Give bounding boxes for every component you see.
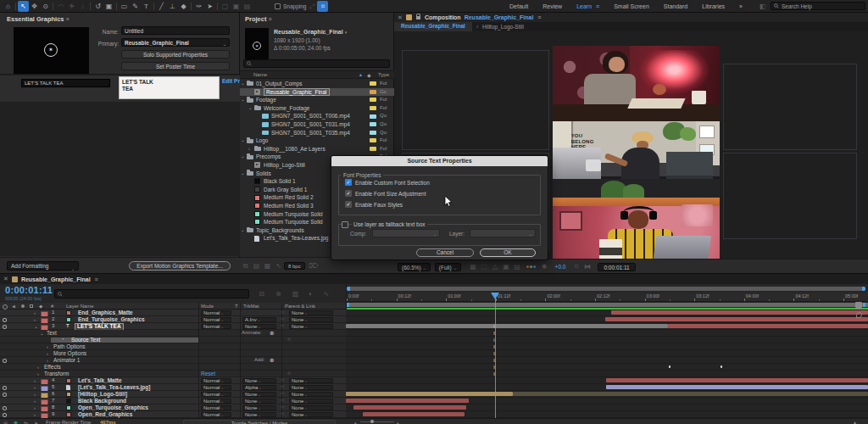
- playhead-handle[interactable]: [491, 293, 499, 299]
- property-row[interactable]: ⌄TextAnimate:⊕I: [0, 330, 868, 337]
- mode-dropdown[interactable]: Normal⌄: [201, 378, 231, 384]
- layer-row[interactable]: ›6[Hilltop_Logo-Still]Normal⌄None⌄○None⌄: [0, 391, 868, 398]
- roto-brush-tool[interactable]: ✑: [193, 1, 204, 12]
- project-item-name[interactable]: SHGN7_S001_S001_T006.mp4: [271, 112, 350, 120]
- close-icon[interactable]: ✕: [3, 276, 8, 282]
- panel-menu-icon[interactable]: ≡: [65, 16, 69, 22]
- reset-link[interactable]: Reset: [201, 371, 215, 377]
- layer-duration-bar[interactable]: [513, 392, 868, 396]
- workspace-panel-icon[interactable]: ◧: [757, 1, 768, 12]
- layer-name[interactable]: End_Turquoise_Graphics: [78, 316, 145, 323]
- navigator-start-handle[interactable]: [347, 287, 350, 291]
- layer-name[interactable]: Open_Red_Graphics: [78, 411, 132, 418]
- layer-name[interactable]: Let's_Talk_Matte: [78, 377, 122, 384]
- keyframe-marker[interactable]: I: [493, 371, 495, 377]
- zoom-tool[interactable]: ⊙: [40, 1, 51, 12]
- ok-button[interactable]: OK: [480, 248, 536, 257]
- orbit-camera-tool[interactable]: ◠: [55, 1, 66, 12]
- exposure-reset-icon[interactable]: ✱: [539, 261, 550, 272]
- time-ruler[interactable]: 0:00f00:12f01:00f01:12f02:00f02:12f03:00…: [347, 293, 868, 302]
- close-icon[interactable]: ✕: [398, 14, 403, 21]
- project-bpc-badge[interactable]: 8 bpc: [284, 262, 305, 270]
- expand-icon[interactable]: ⊞: [3, 420, 8, 424]
- brush-tool[interactable]: ╱: [156, 1, 167, 12]
- primary-select[interactable]: Reusable_Graphic_Final ⌄: [121, 38, 230, 47]
- new-comp-icon[interactable]: ▦: [262, 260, 273, 271]
- rotation-tool[interactable]: ↺: [92, 1, 103, 12]
- layer-duration-bar[interactable]: [346, 392, 513, 396]
- motion-blur-icon[interactable]: ◐: [305, 288, 316, 299]
- name-input[interactable]: Untitled: [121, 26, 230, 35]
- region-of-interest-icon[interactable]: △: [490, 261, 501, 272]
- twirl-icon[interactable]: ›: [248, 145, 250, 153]
- project-item-name[interactable]: SHGN7_S001_S001_T031.mp4: [271, 120, 350, 129]
- cancel-button[interactable]: Cancel: [416, 248, 474, 257]
- keyframe-marker[interactable]: I: [493, 365, 495, 370]
- keyframe-dot[interactable]: [721, 365, 723, 368]
- property-row[interactable]: ◔Source Text○I: [0, 337, 868, 343]
- mode-dropdown[interactable]: Normal⌄: [201, 385, 231, 391]
- gizmo-icon[interactable]: ⌗: [317, 1, 328, 12]
- tab-hilltop-logo-still[interactable]: Hilltop_Logo-Still: [482, 24, 524, 30]
- work-area-start[interactable]: [347, 303, 349, 307]
- pixel-aspect-icon[interactable]: ⧓: [581, 261, 593, 272]
- layer-row[interactable]: ›1End_Graphics_MatteNormal⌄○None⌄: [0, 310, 868, 316]
- label-color-chip[interactable]: [370, 131, 376, 135]
- project-row[interactable]: ⌄Welcome_FootageFol: [240, 104, 394, 113]
- zoom-out-frames-icon[interactable]: ▴: [354, 420, 357, 424]
- parent-link-dropdown[interactable]: None⌄: [289, 310, 333, 316]
- work-area-bar[interactable]: [347, 303, 868, 307]
- parent-link-dropdown[interactable]: None⌄: [289, 317, 333, 323]
- checkbox-enable-faux-styles[interactable]: ✓: [345, 201, 352, 208]
- layer-name[interactable]: Black Background: [78, 398, 126, 404]
- keyframe-marker[interactable]: I: [493, 338, 495, 343]
- parent-link-dropdown[interactable]: None⌄: [289, 412, 333, 418]
- layer-name[interactable]: End_Graphics_Matte: [78, 310, 133, 316]
- eye-visibility-icon[interactable]: [3, 359, 7, 363]
- solo-supported-properties-button[interactable]: Solo Supported Properties: [121, 50, 230, 59]
- lock-icon[interactable]: [416, 16, 420, 20]
- eye-visibility-icon[interactable]: [3, 393, 7, 397]
- add-formatting-dropdown[interactable]: Add Formatting⌄: [7, 261, 79, 271]
- zoom-in-frames-icon[interactable]: ▴: [397, 420, 399, 424]
- grid-guides-icon[interactable]: ▦: [468, 261, 479, 272]
- keyframe-marker[interactable]: I: [493, 351, 495, 356]
- checkbox-enable-font-size-adjustment[interactable]: ✓: [345, 190, 352, 197]
- label-color-chip[interactable]: [370, 138, 376, 142]
- project-row[interactable]: SHGN7_S001_S001_T031.mp4Qu: [240, 120, 394, 129]
- layer-dropdown[interactable]: ⌄: [470, 229, 536, 237]
- mask-mode-icon-2[interactable]: ▣: [231, 1, 242, 12]
- project-item-name[interactable]: Footage: [256, 96, 276, 104]
- label-color-chip[interactable]: [370, 122, 376, 126]
- resolution-dropdown[interactable]: (Full) ⌄: [435, 263, 461, 271]
- parent-link-dropdown[interactable]: None⌄: [289, 378, 333, 384]
- panel-menu-icon[interactable]: ≡: [537, 14, 541, 20]
- parent-link-dropdown[interactable]: None⌄: [289, 399, 333, 404]
- comp-dropdown[interactable]: ⌄: [372, 229, 440, 237]
- panel-menu-icon[interactable]: ≡: [95, 276, 98, 282]
- puppet-pin-tool[interactable]: ➤: [204, 1, 215, 12]
- panel-menu-icon[interactable]: ≡: [268, 16, 271, 22]
- dolly-camera-tool[interactable]: ↓: [77, 1, 88, 12]
- stopwatch-icon[interactable]: ◔: [61, 337, 64, 343]
- project-item-name[interactable]: Reusable_Graphic_Final: [264, 88, 330, 96]
- workspace-libraries[interactable]: Libraries: [702, 3, 725, 9]
- project-item-name[interactable]: Logo: [256, 137, 268, 145]
- timeline-search-box[interactable]: [54, 289, 249, 298]
- project-column-header[interactable]: Name ▲ ◆ Type: [240, 70, 394, 79]
- mask-mode-icon-1[interactable]: ▢: [220, 1, 231, 12]
- mode-dropdown[interactable]: Normal⌄: [201, 399, 231, 404]
- current-timecode[interactable]: 0:00:01:11: [5, 285, 53, 295]
- parent-link-dropdown[interactable]: None⌄: [289, 392, 333, 398]
- shield-comp-button[interactable]: [855, 302, 862, 310]
- animate-add-icon[interactable]: ⊕: [270, 330, 274, 337]
- toggle-switches-modes-button[interactable]: Toggle Switches / Modes: [183, 420, 336, 424]
- label-color-chip[interactable]: [370, 90, 376, 94]
- eg-property-value-field[interactable]: LET'S TALK TEA: [119, 76, 220, 99]
- project-row[interactable]: SHGN7_S001_S001_T006.mp4Qu: [240, 112, 394, 120]
- help-search-box[interactable]: Search Help: [771, 2, 865, 10]
- pen-tool[interactable]: ✎: [130, 1, 141, 12]
- layer-name[interactable]: [Hilltop_Logo-Still]: [78, 391, 127, 398]
- project-item-name[interactable]: Medium Red Solid 3: [264, 202, 314, 210]
- twirl-icon[interactable]: ⌄: [241, 226, 245, 235]
